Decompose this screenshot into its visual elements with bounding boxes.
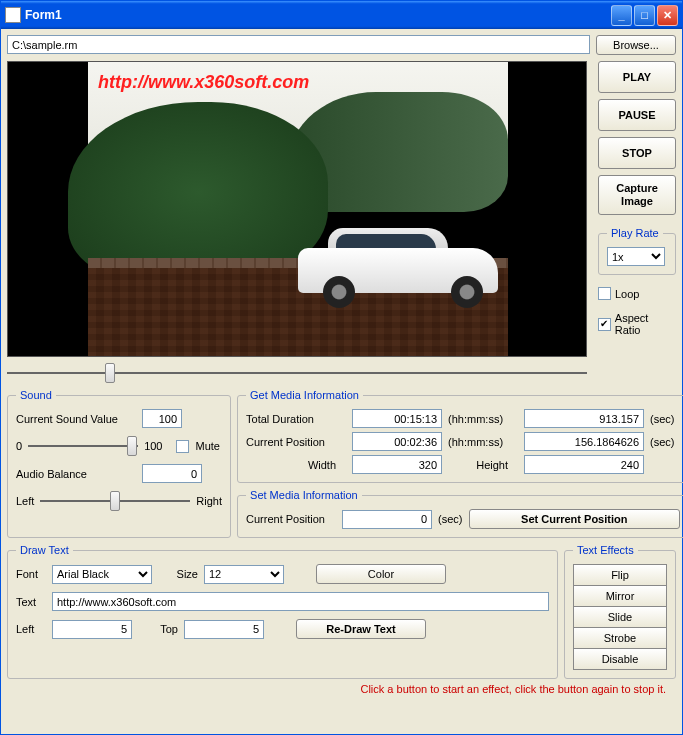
play-button[interactable]: PLAY [598, 61, 676, 93]
sound-value-label: Current Sound Value [16, 413, 136, 425]
set-position-input[interactable] [342, 510, 432, 529]
play-rate-select[interactable]: 1x [607, 247, 665, 266]
browse-button[interactable]: Browse... [596, 35, 676, 55]
font-label: Font [16, 568, 46, 580]
mute-checkbox[interactable] [176, 440, 189, 453]
sound-value-input[interactable] [142, 409, 182, 428]
total-duration-sec: 913.157 [524, 409, 644, 428]
left-label: Left [16, 623, 46, 635]
strobe-button[interactable]: Strobe [573, 627, 667, 649]
left-input[interactable] [52, 620, 132, 639]
get-media-group: Get Media Information Total Duration 00:… [237, 389, 683, 483]
capture-image-button[interactable]: Capture Image [598, 175, 676, 215]
aspect-ratio-label: Aspect Ratio [615, 312, 676, 336]
slide-button[interactable]: Slide [573, 606, 667, 628]
close-button[interactable]: ✕ [657, 5, 678, 26]
set-media-legend: Set Media Information [246, 489, 362, 501]
set-sec-unit: (sec) [438, 513, 462, 525]
sound-group: Sound Current Sound Value 0 100 Mute Aud… [7, 389, 231, 538]
text-effects-legend: Text Effects [573, 544, 638, 556]
hms-unit-1: (hh:mm:ss) [448, 413, 518, 425]
hint-text: Click a button to start an effect, click… [7, 683, 676, 695]
file-path-input[interactable] [7, 35, 590, 54]
width-label: Width [246, 459, 346, 471]
current-position-hms: 00:02:36 [352, 432, 442, 451]
set-position-label: Current Position [246, 513, 336, 525]
play-rate-legend: Play Rate [607, 227, 663, 239]
text-effects-group: Text Effects Flip Mirror Slide Strobe Di… [564, 544, 676, 679]
draw-text-group: Draw Text Font Arial Black Size 12 Color… [7, 544, 558, 679]
seek-slider[interactable] [7, 363, 587, 383]
top-label: Top [138, 623, 178, 635]
size-select[interactable]: 12 [204, 565, 284, 584]
color-button[interactable]: Color [316, 564, 446, 584]
current-position-label: Current Position [246, 436, 346, 448]
mute-label: Mute [195, 440, 219, 452]
draw-text-legend: Draw Text [16, 544, 73, 556]
pause-button[interactable]: PAUSE [598, 99, 676, 131]
sound-max-label: 100 [144, 440, 162, 452]
current-position-sec: 156.1864626 [524, 432, 644, 451]
main-window: Form1 _ □ ✕ Browse... [0, 0, 683, 735]
app-icon [5, 7, 21, 23]
text-label: Text [16, 596, 46, 608]
sound-legend: Sound [16, 389, 56, 401]
sec-unit-1: (sec) [650, 413, 680, 425]
maximize-button[interactable]: □ [634, 5, 655, 26]
loop-checkbox[interactable] [598, 287, 611, 300]
height-value: 240 [524, 455, 644, 474]
balance-left-label: Left [16, 495, 34, 507]
width-value: 320 [352, 455, 442, 474]
sound-min-label: 0 [16, 440, 22, 452]
titlebar[interactable]: Form1 _ □ ✕ [1, 1, 682, 29]
video-display: http://www.x360soft.com [7, 61, 587, 357]
balance-label: Audio Balance [16, 468, 136, 480]
set-position-button[interactable]: Set Current Position [469, 509, 681, 529]
balance-slider[interactable] [40, 491, 190, 511]
total-duration-hms: 00:15:13 [352, 409, 442, 428]
font-select[interactable]: Arial Black [52, 565, 152, 584]
disable-button[interactable]: Disable [573, 648, 667, 670]
redraw-text-button[interactable]: Re-Draw Text [296, 619, 426, 639]
minimize-button[interactable]: _ [611, 5, 632, 26]
stop-button[interactable]: STOP [598, 137, 676, 169]
set-media-group: Set Media Information Current Position (… [237, 489, 683, 538]
sec-unit-2: (sec) [650, 436, 680, 448]
aspect-ratio-checkbox[interactable]: ✔ [598, 318, 611, 331]
flip-button[interactable]: Flip [573, 564, 667, 586]
window-title: Form1 [25, 8, 611, 22]
mirror-button[interactable]: Mirror [573, 585, 667, 607]
text-input[interactable] [52, 592, 549, 611]
video-watermark: http://www.x360soft.com [98, 72, 309, 93]
total-duration-label: Total Duration [246, 413, 346, 425]
loop-label: Loop [615, 288, 639, 300]
size-label: Size [158, 568, 198, 580]
hms-unit-2: (hh:mm:ss) [448, 436, 518, 448]
sound-slider[interactable] [28, 436, 138, 456]
get-media-legend: Get Media Information [246, 389, 363, 401]
top-input[interactable] [184, 620, 264, 639]
balance-right-label: Right [196, 495, 222, 507]
play-rate-group: Play Rate 1x [598, 227, 676, 275]
balance-input[interactable] [142, 464, 202, 483]
height-label: Height [448, 459, 518, 471]
